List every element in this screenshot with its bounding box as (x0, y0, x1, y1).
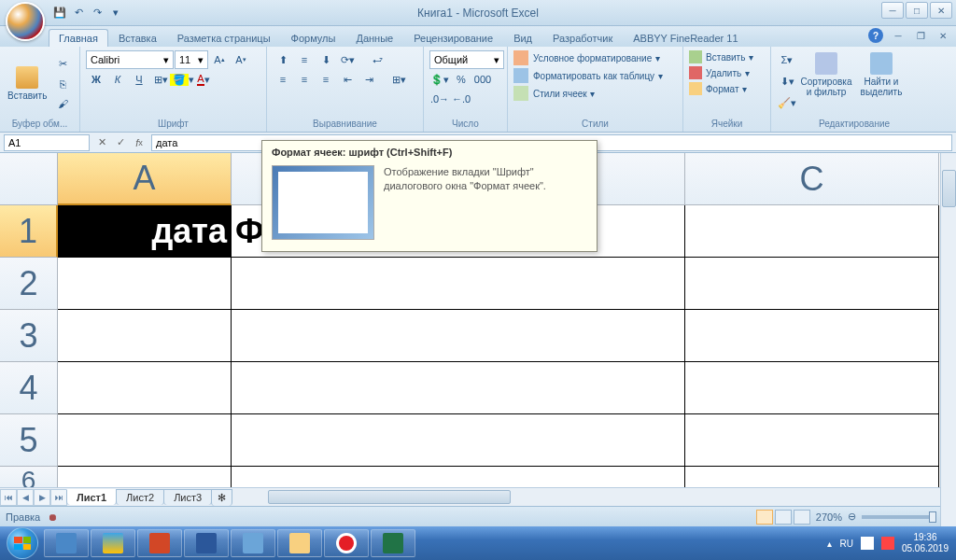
row-header-2[interactable]: 2 (0, 258, 58, 310)
minimize-button[interactable]: ─ (881, 2, 904, 19)
fx-button[interactable]: fx (131, 134, 148, 151)
cell-c1[interactable] (685, 205, 939, 258)
italic-button[interactable]: К (107, 70, 128, 89)
wrap-text-button[interactable]: ⮐ (358, 50, 396, 69)
cell-a4[interactable] (58, 362, 232, 414)
cell-c4[interactable] (685, 362, 939, 414)
vscroll-thumb[interactable] (942, 170, 956, 207)
cell-a3[interactable] (58, 310, 232, 362)
office-button[interactable] (6, 2, 45, 41)
cell-b5[interactable] (232, 414, 685, 467)
save-icon[interactable]: 💾 (51, 5, 68, 21)
find-select-button[interactable]: Найти и выделить (855, 50, 907, 99)
grow-font-button[interactable]: A▴ (209, 50, 230, 69)
maximize-button[interactable]: □ (906, 2, 928, 19)
tray-icon-1[interactable] (861, 537, 874, 550)
tab-insert[interactable]: Вставка (108, 29, 167, 47)
taskbar-app-4[interactable] (184, 529, 229, 557)
cell-b4[interactable] (232, 362, 685, 414)
page-break-view-button[interactable] (794, 510, 810, 525)
language-indicator[interactable]: RU (839, 539, 852, 549)
shrink-font-button[interactable]: A▾ (231, 50, 251, 69)
sheet-tab-2[interactable]: Лист2 (116, 489, 164, 505)
number-format-combo[interactable]: Общий▾ (429, 50, 504, 69)
conditional-format-button[interactable]: Условное форматирование ▾ (513, 50, 677, 65)
macro-record-icon[interactable]: ⏺ (48, 511, 58, 523)
taskbar-app-7[interactable] (324, 529, 369, 557)
sheet-tab-3[interactable]: Лист3 (163, 489, 212, 505)
tab-developer[interactable]: Разработчик (542, 29, 623, 47)
tray-expand-icon[interactable]: ▴ (827, 539, 832, 549)
merge-button[interactable]: ⊞▾ (380, 70, 417, 89)
fill-color-button[interactable]: 🪣▾ (172, 70, 192, 89)
align-center-button[interactable]: ≡ (294, 70, 315, 89)
zoom-level[interactable]: 270% (816, 511, 842, 523)
help-icon[interactable]: ? (868, 28, 883, 43)
name-box[interactable]: A1 (4, 134, 90, 151)
qat-customize-icon[interactable]: ▾ (107, 5, 124, 21)
tab-formulas[interactable]: Формулы (281, 29, 346, 47)
insert-cells-button[interactable]: Вставить ▾ (689, 50, 765, 63)
align-middle-button[interactable]: ≡ (294, 50, 315, 69)
taskbar-app-1[interactable] (44, 529, 89, 557)
comma-button[interactable]: 000 (472, 70, 493, 89)
currency-button[interactable]: 💲▾ (429, 70, 450, 89)
taskbar-app-3[interactable] (137, 529, 182, 557)
orientation-button[interactable]: ⟳▾ (337, 50, 358, 69)
cell-b3[interactable] (232, 310, 685, 362)
sort-filter-button[interactable]: Сортировка и фильтр (798, 50, 854, 99)
column-header-c[interactable]: C (685, 153, 939, 205)
decrease-decimal-button[interactable]: ←.0 (451, 90, 471, 108)
vertical-scrollbar[interactable] (940, 153, 956, 539)
paste-button[interactable]: Вставить (4, 64, 50, 103)
sheet-nav-first[interactable]: ⏮ (0, 489, 17, 506)
tab-data[interactable]: Данные (345, 29, 403, 47)
percent-button[interactable]: % (451, 70, 471, 89)
tab-abbyy[interactable]: ABBYY FineReader 11 (623, 29, 748, 47)
horizontal-scrollbar[interactable] (251, 489, 956, 505)
cut-button[interactable]: ✂ (52, 55, 73, 74)
cell-a6[interactable] (58, 467, 232, 487)
cell-c5[interactable] (685, 414, 939, 467)
underline-button[interactable]: Ч (129, 70, 149, 89)
row-header-6[interactable]: 6 (0, 467, 58, 487)
cell-a1[interactable]: дата (58, 205, 232, 258)
sheet-nav-next[interactable]: ▶ (34, 489, 50, 506)
cell-styles-button[interactable]: Стили ячеек ▾ (513, 86, 677, 101)
tab-view[interactable]: Вид (503, 29, 542, 47)
increase-indent-button[interactable]: ⇥ (358, 70, 379, 89)
clear-button[interactable]: 🧹▾ (777, 93, 797, 112)
mdi-minimize[interactable]: ─ (891, 29, 906, 42)
enter-formula-button[interactable]: ✓ (112, 134, 129, 151)
format-as-table-button[interactable]: Форматировать как таблицу ▾ (513, 68, 677, 83)
row-header-5[interactable]: 5 (0, 414, 58, 467)
decrease-indent-button[interactable]: ⇤ (337, 70, 358, 89)
column-header-a[interactable]: A (58, 153, 232, 205)
page-layout-view-button[interactable] (775, 510, 792, 525)
redo-icon[interactable]: ↷ (89, 5, 105, 21)
mdi-close[interactable]: ✕ (935, 29, 950, 42)
align-right-button[interactable]: ≡ (316, 70, 336, 89)
borders-button[interactable]: ⊞▾ (150, 70, 171, 89)
tab-page-layout[interactable]: Разметка страницы (167, 29, 281, 47)
zoom-thumb[interactable] (929, 511, 936, 523)
sheet-nav-prev[interactable]: ◀ (17, 489, 34, 506)
new-sheet-button[interactable]: ✻ (211, 489, 232, 506)
select-all-corner[interactable] (0, 153, 58, 205)
cell-b2[interactable] (232, 258, 685, 310)
hscroll-thumb[interactable] (268, 490, 511, 504)
taskbar-app-5[interactable] (231, 529, 275, 557)
mdi-restore[interactable]: ❐ (913, 29, 928, 42)
copy-button[interactable]: ⎘ (52, 75, 73, 93)
tab-review[interactable]: Рецензирование (403, 29, 503, 47)
normal-view-button[interactable] (756, 510, 773, 525)
row-header-4[interactable]: 4 (0, 362, 58, 414)
tab-home[interactable]: Главная (49, 29, 108, 47)
cell-a5[interactable] (58, 414, 232, 467)
font-name-combo[interactable]: Calibri▾ (86, 50, 174, 69)
row-header-3[interactable]: 3 (0, 310, 58, 362)
delete-cells-button[interactable]: Удалить ▾ (689, 66, 765, 79)
bold-button[interactable]: Ж (86, 70, 106, 89)
clock[interactable]: 19:36 05.06.2019 (902, 532, 949, 554)
autosum-button[interactable]: Σ▾ (777, 50, 797, 69)
